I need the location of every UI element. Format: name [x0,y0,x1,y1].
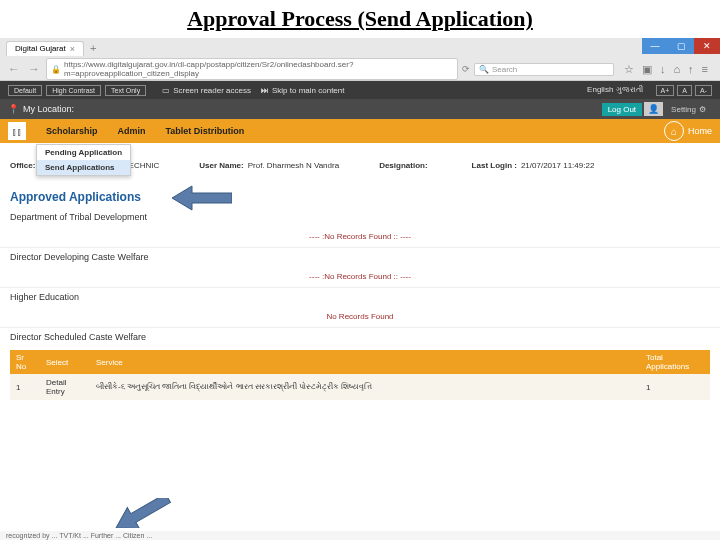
star-icon[interactable]: ☆ [624,63,634,76]
setting-button[interactable]: Setting ⚙ [665,103,712,116]
location-bar: 📍 My Location: Log Out 👤 Setting ⚙ [0,99,720,119]
forward-button[interactable]: → [26,61,42,77]
th-select: Select [40,350,90,374]
download-icon[interactable]: ↓ [660,63,666,76]
text-only-button[interactable]: Text Only [105,85,146,96]
pin-icon: 📍 [8,104,19,114]
cell-total: 1 [640,374,710,400]
cell-service: બીસીકે-૬ અનુસૂચિત જાતિના વિદ્યાર્થીઓને ભ… [90,374,640,400]
th-service: Service [90,350,640,374]
default-theme-button[interactable]: Default [8,85,42,96]
table-row: 1 Detail Entry બીસીકે-૬ અનુસૂચિત જાતિના … [10,374,710,400]
nav-home[interactable]: ⌂ Home [664,121,712,141]
high-contrast-button[interactable]: High Contrast [46,85,101,96]
location-label: My Location: [23,104,74,114]
skip-icon: ⏭ [261,86,269,95]
skip-link[interactable]: ⏭ Skip to main content [261,86,344,95]
last-login-label: Last Login : [472,161,517,170]
slide-title: Approval Process (Send Application) [0,0,720,38]
search-placeholder: Search [492,65,517,74]
nav-admin[interactable]: Admin [108,126,156,136]
approved-applications-title: Approved Applications [0,186,720,208]
dept-scheduled-caste: Director Scheduled Caste Welfare [0,328,720,346]
minimize-button[interactable]: — [642,38,668,54]
address-bar: ← → 🔒 https://www.digitalgujarat.gov.in/… [0,58,720,80]
new-tab-button[interactable]: + [90,42,96,54]
cell-srno: 1 [10,374,40,400]
font-reset-button[interactable]: A [677,85,692,96]
screen-reader-link[interactable]: ▭ Screen reader access [162,86,251,95]
tab-title: Digital Gujarat [15,44,66,53]
home-icon: ⌂ [664,121,684,141]
th-srno: Sr No [10,350,40,374]
monitor-icon: ▭ [162,86,170,95]
close-button[interactable]: ✕ [694,38,720,54]
gear-icon: ⚙ [699,105,706,114]
search-icon: 🔍 [479,65,489,74]
no-records-developing: ---- :No Records Found :: ---- [0,266,720,288]
home-icon[interactable]: ⌂ [673,63,680,76]
th-total: Total Applications [640,350,710,374]
search-input[interactable]: 🔍 Search [474,63,614,76]
up-icon[interactable]: ↑ [688,63,694,76]
accessibility-bar: Default High Contrast Text Only ▭ Screen… [0,81,720,99]
no-records-tribal: ---- :No Records Found :: ---- [0,226,720,248]
lock-icon: 🔒 [51,65,61,74]
setting-label: Setting [671,105,696,114]
screen-reader-label: Screen reader access [173,86,251,95]
user-label: User Name: [199,161,243,170]
footer-text: recognized by ... TVT/Kt ... Further ...… [0,531,720,540]
applications-table: Sr No Select Service Total Applications … [10,350,710,400]
nav-scholarship-label: Scholarship [46,126,98,136]
detail-entry-link[interactable]: Detail Entry [40,374,90,400]
annotation-arrow-bottom [112,498,172,528]
svg-marker-0 [172,186,232,210]
dropdown-send[interactable]: Send Applications [37,160,130,175]
font-decrease-button[interactable]: A- [695,85,712,96]
browser-chrome: Digital Gujarat × + — ▢ ✕ ← → 🔒 https://… [0,38,720,81]
scholarship-dropdown: Pending Application Send Applications [36,144,131,176]
url-text: https://www.digitalgujarat.gov.in/dl-cap… [64,60,453,78]
maximize-button[interactable]: ▢ [668,38,694,54]
home-label: Home [688,126,712,136]
office-label: Office: [10,161,35,170]
main-nav: ⫿⫿ Scholarship Pending Application Send … [0,119,720,143]
nav-menu-icon[interactable]: ⫿⫿ [8,122,26,140]
panel-icon[interactable]: ▣ [642,63,652,76]
font-increase-button[interactable]: A+ [656,85,675,96]
tab-bar: Digital Gujarat × + — ▢ ✕ [0,38,720,58]
back-button[interactable]: ← [6,61,22,77]
dept-developing-caste: Director Developing Caste Welfare [0,248,720,266]
user-icon: 👤 [644,102,663,116]
window-controls: — ▢ ✕ [642,38,720,54]
annotation-arrow-top [172,183,232,213]
user-value: Prof. Dharmesh N Vandra [248,161,339,170]
logout-button[interactable]: Log Out [602,103,642,116]
toolbar-icons: ☆ ▣ ↓ ⌂ ↑ ≡ [618,63,714,76]
dropdown-pending[interactable]: Pending Application [37,145,130,160]
no-records-higher-ed: No Records Found [0,306,720,328]
last-login-value: 21/07/2017 11:49:22 [521,161,594,170]
language-toggle[interactable]: English ગુજરાતી [587,85,642,95]
refresh-button[interactable]: ⟳ [462,64,470,74]
nav-tablet[interactable]: Tablet Distribution [156,126,255,136]
browser-tab[interactable]: Digital Gujarat × [6,41,84,56]
menu-icon[interactable]: ≡ [702,63,708,76]
url-input[interactable]: 🔒 https://www.digitalgujarat.gov.in/dl-c… [46,58,458,80]
svg-marker-1 [112,498,172,528]
designation-label: Designation: [379,161,427,170]
nav-scholarship[interactable]: Scholarship Pending Application Send App… [36,126,108,136]
close-icon[interactable]: × [70,44,75,54]
skip-label: Skip to main content [272,86,344,95]
dept-higher-ed: Higher Education [0,288,720,306]
dept-tribal: Department of Tribal Development [0,208,720,226]
